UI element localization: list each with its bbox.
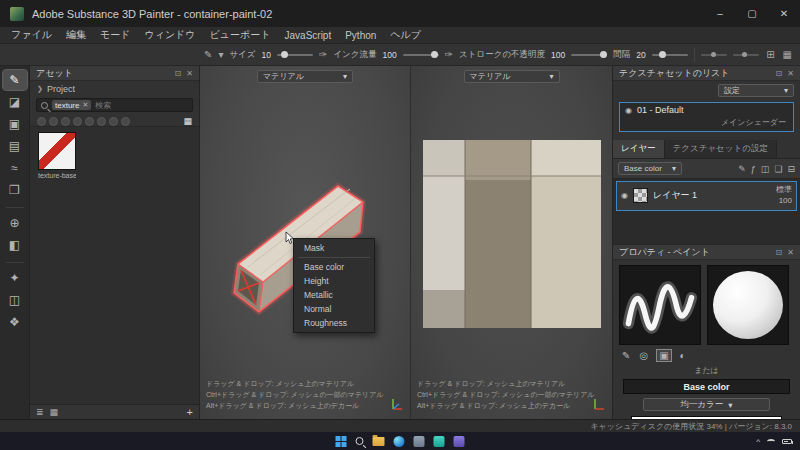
paint-tool-button[interactable]: ✎ bbox=[3, 70, 27, 90]
taskbar-app-icon[interactable] bbox=[414, 436, 425, 447]
projection-tool-button[interactable]: ▣ bbox=[3, 114, 27, 134]
filter-all-icon[interactable] bbox=[37, 117, 46, 126]
texture-set-selected-box[interactable]: ◉ 01 - Default メインシェーダー bbox=[619, 102, 794, 132]
viewport-2d-display-dropdown[interactable]: マテリアル ▾ bbox=[464, 70, 560, 83]
context-menu-item-mask[interactable]: Mask bbox=[294, 241, 374, 255]
tab-texture-set-settings[interactable]: テクスチャセットの設定 bbox=[665, 140, 777, 158]
size-slider[interactable] bbox=[277, 54, 313, 56]
context-menu-item-base-color[interactable]: Base color bbox=[294, 260, 374, 274]
windows-start-icon[interactable] bbox=[336, 436, 347, 447]
import-resources-button[interactable]: + bbox=[187, 406, 193, 418]
menu-javascript[interactable]: JavaScript bbox=[278, 30, 339, 41]
lazy-mouse-icon[interactable]: ▦ bbox=[783, 49, 792, 60]
viewport-3d-display-dropdown[interactable]: マテリアル ▾ bbox=[257, 70, 353, 83]
tab-layers[interactable]: レイヤー bbox=[613, 140, 665, 158]
tray-chevron-icon[interactable]: ^ bbox=[756, 437, 760, 446]
file-explorer-icon[interactable] bbox=[373, 437, 385, 446]
filter-smart-masks-icon[interactable] bbox=[73, 117, 82, 126]
material-picker-tool-button[interactable]: ⊕ bbox=[3, 213, 27, 233]
brush-stroke-preview[interactable] bbox=[619, 265, 701, 345]
texture-set-row[interactable]: ◉ 01 - Default bbox=[620, 103, 793, 117]
add-mask-icon[interactable]: ◫ bbox=[761, 164, 770, 174]
menu-viewport[interactable]: ビューポート bbox=[203, 28, 278, 42]
float-panel-icon[interactable]: ⊡ bbox=[776, 248, 783, 257]
maximize-button[interactable]: ▢ bbox=[736, 0, 768, 27]
alpha-settings-icon[interactable]: ◎ bbox=[639, 350, 648, 361]
add-paint-layer-icon[interactable]: ✎ bbox=[738, 164, 746, 174]
context-menu-item-roughness[interactable]: Roughness bbox=[294, 316, 374, 330]
asset-thumbnail-texture-base[interactable] bbox=[38, 132, 76, 170]
filter-alphas-icon[interactable] bbox=[97, 117, 106, 126]
close-panel-icon[interactable]: ✕ bbox=[186, 69, 193, 78]
taskbar-search-icon[interactable] bbox=[356, 437, 364, 445]
thumbnail-view-icon[interactable]: ▦ bbox=[50, 407, 59, 417]
minimize-button[interactable]: – bbox=[704, 0, 736, 27]
layer-opacity[interactable]: 100 bbox=[779, 196, 792, 205]
eraser-tool-button[interactable]: ◪ bbox=[3, 92, 27, 112]
assets-project-row[interactable]: ❯ Project bbox=[30, 81, 199, 97]
brush-preset-dropdown-icon[interactable]: ▾ bbox=[218, 49, 223, 60]
viewport-2d[interactable]: マテリアル ▾ ドラッグ & ドロップ: メッシュ上のマテリアル Ctrl+ドラ… bbox=[410, 66, 612, 419]
polygon-fill-tool-button[interactable]: ▤ bbox=[3, 136, 27, 156]
stencil-tool-button[interactable]: ◫ bbox=[3, 290, 27, 310]
menu-file[interactable]: ファイル bbox=[4, 28, 59, 42]
stencil-settings-icon[interactable]: ▣ bbox=[657, 350, 670, 361]
uniform-color-button[interactable]: 均一カラー ▾ bbox=[643, 398, 770, 411]
context-menu-item-height[interactable]: Height bbox=[294, 274, 374, 288]
layer-blend-mode[interactable]: 標準 bbox=[776, 185, 792, 194]
layer-row-selected[interactable]: ◉ レイヤー 1 標準 100 bbox=[616, 181, 797, 211]
layer-visibility-eye-icon[interactable]: ◉ bbox=[621, 191, 628, 200]
uv-texture-view[interactable] bbox=[423, 140, 601, 328]
battery-icon[interactable] bbox=[782, 439, 792, 444]
filter-smart-materials-icon[interactable] bbox=[61, 117, 70, 126]
angle-slider[interactable] bbox=[701, 54, 727, 56]
close-panel-icon[interactable]: ✕ bbox=[787, 248, 794, 257]
add-effect-icon[interactable]: ƒ bbox=[751, 164, 756, 174]
texture-set-settings-dropdown[interactable]: 設定 ▾ bbox=[718, 84, 794, 97]
menu-edit[interactable]: 編集 bbox=[59, 28, 93, 42]
brush-preset-icon[interactable]: ✎ bbox=[204, 49, 212, 60]
grid-view-icon[interactable]: ▦ bbox=[183, 116, 192, 126]
close-button[interactable]: ✕ bbox=[768, 0, 800, 27]
menu-python[interactable]: Python bbox=[338, 30, 383, 41]
jitter-slider[interactable] bbox=[733, 54, 759, 56]
smudge-tool-button[interactable]: ≈ bbox=[3, 158, 27, 178]
float-panel-icon[interactable]: ⊡ bbox=[175, 69, 182, 78]
channel-filter-dropdown[interactable]: Base color ▾ bbox=[618, 162, 682, 175]
effects-tool-button[interactable]: ✦ bbox=[3, 268, 27, 288]
quick-mask-tool-button[interactable]: ❖ bbox=[3, 312, 27, 332]
clone-tool-button[interactable]: ❐ bbox=[3, 180, 27, 200]
delete-layer-icon[interactable]: ⊟ bbox=[787, 164, 795, 174]
context-menu-item-normal[interactable]: Normal bbox=[294, 302, 374, 316]
filter-brushes-icon[interactable] bbox=[85, 117, 94, 126]
base-color-channel-button[interactable]: Base color bbox=[623, 379, 790, 394]
menu-help[interactable]: ヘルプ bbox=[383, 28, 428, 42]
taskbar-app-icon[interactable] bbox=[454, 436, 465, 447]
add-folder-icon[interactable]: ❏ bbox=[774, 164, 782, 174]
context-menu-item-metallic[interactable]: Metallic bbox=[294, 288, 374, 302]
asset-item[interactable]: texture-base bbox=[38, 132, 76, 179]
stroke-opacity-slider[interactable] bbox=[571, 54, 607, 56]
assets-search-input[interactable]: texture ✕ 検索 bbox=[36, 98, 193, 112]
flow-slider[interactable] bbox=[403, 54, 439, 56]
filter-materials-icon[interactable] bbox=[49, 117, 58, 126]
float-panel-icon[interactable]: ⊡ bbox=[776, 69, 783, 78]
spacing-slider[interactable] bbox=[652, 54, 688, 56]
filter-environments-icon[interactable] bbox=[121, 117, 130, 126]
symmetry-icon[interactable]: ⊞ bbox=[766, 49, 774, 60]
pen-pressure-size-icon[interactable]: ✑ bbox=[319, 49, 327, 60]
viewport-3d[interactable]: マテリアル ▾ Mas bbox=[200, 66, 410, 419]
edge-browser-icon[interactable] bbox=[394, 436, 405, 447]
taskbar-app-icon[interactable] bbox=[434, 436, 445, 447]
wifi-icon[interactable] bbox=[767, 439, 775, 444]
search-filter-chip[interactable]: texture ✕ bbox=[52, 100, 91, 110]
geometry-mask-tool-button[interactable]: ◧ bbox=[3, 235, 27, 255]
menu-window[interactable]: ウィンドウ bbox=[137, 28, 202, 42]
menu-mode[interactable]: モード bbox=[93, 28, 137, 42]
material-settings-icon[interactable]: ◐ bbox=[680, 350, 686, 361]
pen-pressure-flow-icon[interactable]: ✑ bbox=[445, 49, 453, 60]
close-panel-icon[interactable]: ✕ bbox=[787, 69, 794, 78]
list-view-icon[interactable]: ≣ bbox=[36, 407, 44, 417]
chip-clear-icon[interactable]: ✕ bbox=[82, 101, 88, 109]
material-sphere-preview[interactable] bbox=[707, 265, 789, 345]
